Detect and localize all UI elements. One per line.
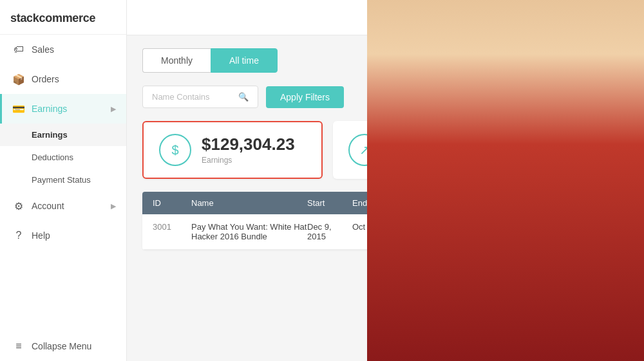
earnings-label: Earnings xyxy=(202,156,295,165)
sidebar-item-label: Orders xyxy=(32,74,59,84)
earnings-icon: 💳 xyxy=(12,102,25,115)
stats-row: $ $129,304.23 Earnings ↗ xyxy=(142,121,629,179)
chevron-right-icon: ▶ xyxy=(111,202,116,210)
collapse-icon: ≡ xyxy=(12,340,25,353)
sidebar-sub-item-payment-status[interactable]: Payment Status xyxy=(0,169,126,191)
sales-icon: 🏷 xyxy=(12,43,25,56)
content-area: Monthly All time Name Contains 🔍 Apply F… xyxy=(127,35,644,263)
sidebar-item-label: Help xyxy=(32,230,50,241)
col-name: Name xyxy=(191,198,307,208)
trend-icon: ↗ xyxy=(359,142,370,158)
logo-text: stackcommerce xyxy=(10,12,95,24)
trend-card: ↗ xyxy=(333,121,513,179)
sales-statement-label: Sales Statement xyxy=(497,92,558,102)
col-start: Start xyxy=(307,198,352,208)
sub-item-label: Payment Status xyxy=(32,175,91,185)
sidebar-item-account[interactable]: ⚙ Account ▶ xyxy=(0,191,126,221)
sales-statement-area: Sales Statement Download xyxy=(497,86,629,108)
sidebar-item-label: Sales xyxy=(32,44,54,55)
apply-filters-button[interactable]: Apply Filters xyxy=(266,86,344,108)
cell-end: Oct 9, 2018 xyxy=(352,222,397,241)
alltime-button[interactable]: All time xyxy=(211,48,278,73)
sidebar-item-label: Account xyxy=(32,201,64,211)
download-button[interactable]: Download xyxy=(565,86,629,108)
collapse-label: Collapse Menu xyxy=(32,341,91,351)
page-header: Jerry Banfield xyxy=(127,0,644,35)
help-icon: ? xyxy=(12,229,25,242)
header-user: Jerry Banfield xyxy=(554,12,629,23)
sidebar-item-collapse[interactable]: ≡ Collapse Menu xyxy=(0,331,126,361)
sidebar-item-help[interactable]: ? Help xyxy=(0,221,126,250)
table-header: ID Name Start End Total Sold i xyxy=(142,192,629,214)
cell-total-sold: 2643 xyxy=(397,222,455,241)
cell-id: 3001 xyxy=(153,222,191,241)
earnings-table: ID Name Start End Total Sold i 3001 Pay … xyxy=(142,192,629,250)
cell-start: Dec 9, 2015 xyxy=(307,222,352,241)
sidebar-sub-item-deductions[interactable]: Deductions xyxy=(0,146,126,169)
search-icon: 🔍 xyxy=(238,92,249,102)
monthly-button[interactable]: Monthly xyxy=(142,48,211,73)
earnings-card: $ $129,304.23 Earnings xyxy=(142,121,323,179)
col-total-sold: Total Sold xyxy=(397,198,455,208)
sidebar-item-sales[interactable]: 🏷 Sales xyxy=(0,35,126,64)
filter-placeholder: Name Contains xyxy=(152,92,210,102)
chevron-right-icon: ▶ xyxy=(111,105,116,113)
dollar-icon-circle: $ xyxy=(159,134,191,166)
orders-icon: 📦 xyxy=(12,73,25,86)
logo: stackcommerce xyxy=(0,0,126,35)
sidebar-item-earnings[interactable]: 💳 Earnings ▶ xyxy=(0,94,126,124)
main-content: Jerry Banfield Monthly All time Name Con… xyxy=(127,0,644,361)
account-icon: ⚙ xyxy=(12,199,25,212)
dollar-icon: $ xyxy=(171,143,178,158)
table-row: 3001 Pay What You Want: White Hat Hacker… xyxy=(142,214,629,250)
sidebar-item-orders[interactable]: 📦 Orders xyxy=(0,64,126,94)
earnings-value: $129,304.23 xyxy=(202,135,295,154)
period-toggle: Monthly All time xyxy=(142,48,629,73)
user-name: Jerry Banfield xyxy=(554,12,609,23)
sidebar: stackcommerce 🏷 Sales 📦 Orders 💳 Earning… xyxy=(0,0,127,361)
cell-name: Pay What You Want: White Hat Hacker 2016… xyxy=(191,222,307,241)
filter-row: Name Contains 🔍 Apply Filters Sales Stat… xyxy=(142,86,629,108)
trend-icon-circle: ↗ xyxy=(348,134,381,166)
col-end: End xyxy=(352,198,397,208)
sub-item-label: Deductions xyxy=(32,153,73,162)
sidebar-item-label: Earnings xyxy=(32,104,67,114)
col-id: ID xyxy=(153,198,191,208)
sidebar-sub-item-earnings[interactable]: Earnings xyxy=(0,124,126,146)
name-filter-input[interactable]: Name Contains 🔍 xyxy=(142,86,258,108)
sub-item-label: Earnings xyxy=(32,130,68,140)
earnings-stat-info: $129,304.23 Earnings xyxy=(202,135,295,165)
